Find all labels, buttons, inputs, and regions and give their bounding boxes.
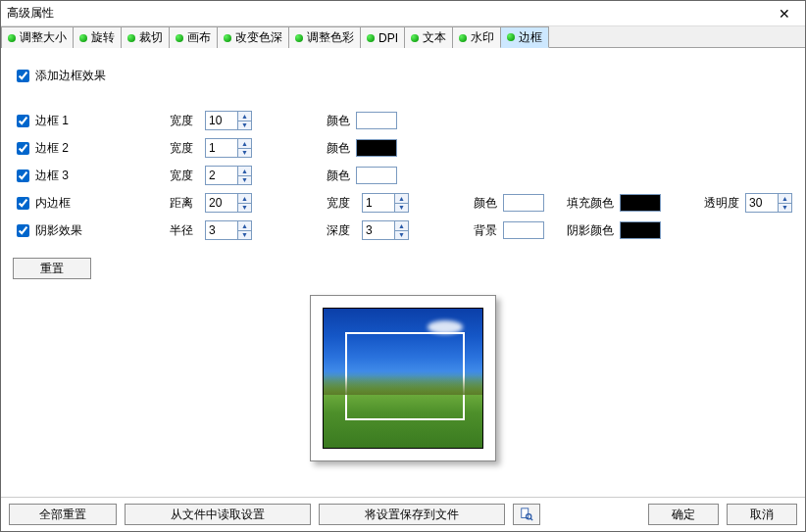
shadow-bg-swatch[interactable] [503, 221, 544, 239]
magnifier-page-icon [520, 508, 533, 521]
spinner-up-icon[interactable]: ▲ [395, 194, 408, 204]
shadow-color-swatch[interactable] [620, 221, 661, 239]
border2-color-label: 颜色 [327, 140, 350, 157]
titlebar: 高级属性 ✕ [1, 1, 805, 26]
inner-fill-swatch[interactable] [620, 194, 661, 212]
dot-icon [79, 34, 87, 42]
border3-checkbox[interactable]: 边框 3 [13, 167, 170, 185]
ok-button[interactable]: 确定 [648, 504, 719, 525]
svg-rect-0 [522, 508, 529, 518]
spinner-down-icon[interactable]: ▼ [395, 204, 408, 213]
border3-width-label: 宽度 [170, 168, 205, 184]
border2-width-spinner[interactable]: ▲▼ [205, 138, 252, 158]
reset-button[interactable]: 重置 [13, 258, 91, 279]
tab-colordepth[interactable]: 改变色深 [217, 26, 289, 48]
inner-border-checkbox[interactable]: 内边框 [13, 194, 170, 213]
shadow-depth-label: 深度 [327, 222, 362, 239]
save-settings-button[interactable]: 将设置保存到文件 [319, 504, 505, 525]
spinner-up-icon[interactable]: ▲ [395, 221, 408, 231]
window-title: 高级属性 [7, 5, 770, 22]
border1-checkbox[interactable]: 边框 1 [13, 112, 170, 130]
inner-color-label: 颜色 [474, 195, 497, 212]
border3-width-spinner[interactable]: ▲▼ [205, 166, 252, 185]
dot-icon [411, 34, 419, 42]
preview-panel [310, 295, 496, 461]
border1-width-spinner[interactable]: ▲▼ [205, 111, 252, 130]
spinner-up-icon[interactable]: ▲ [238, 139, 251, 149]
inner-opacity-label: 透明度 [704, 195, 739, 212]
border2-checkbox[interactable]: 边框 2 [13, 139, 170, 158]
cancel-button[interactable]: 取消 [727, 504, 797, 525]
tab-crop[interactable]: 裁切 [121, 26, 170, 48]
dot-icon [8, 34, 16, 42]
shadow-color-label: 阴影颜色 [567, 222, 614, 239]
enable-border-checkbox[interactable]: 添加边框效果 [13, 67, 170, 85]
spinner-up-icon[interactable]: ▲ [238, 194, 251, 204]
inner-color-swatch[interactable] [503, 194, 544, 212]
inner-distance-label: 距离 [170, 195, 205, 212]
dot-icon [295, 34, 303, 42]
border3-color-label: 颜色 [327, 168, 350, 184]
tab-bar: 调整大小 旋转 裁切 画布 改变色深 调整色彩 DPI 文本 水印 边框 [1, 26, 805, 48]
inner-width-spinner[interactable]: ▲▼ [362, 193, 409, 213]
tab-rotate[interactable]: 旋转 [73, 26, 122, 48]
dot-icon [507, 33, 515, 41]
border3-color-swatch[interactable] [356, 167, 397, 184]
spinner-down-icon[interactable]: ▼ [238, 231, 251, 240]
inner-width-label: 宽度 [327, 195, 362, 212]
advanced-properties-window: 高级属性 ✕ 调整大小 旋转 裁切 画布 改变色深 调整色彩 DPI 文本 水印… [0, 0, 806, 532]
spinner-down-icon[interactable]: ▼ [238, 149, 251, 158]
shadow-radius-label: 半径 [170, 222, 205, 239]
shadow-checkbox[interactable]: 阴影效果 [13, 221, 170, 240]
border1-color-swatch[interactable] [356, 112, 397, 129]
tab-dpi[interactable]: DPI [360, 26, 405, 48]
dot-icon [367, 34, 375, 42]
spinner-up-icon[interactable]: ▲ [238, 112, 251, 121]
tab-coloradjust[interactable]: 调整色彩 [288, 26, 361, 48]
spinner-down-icon[interactable]: ▼ [238, 121, 251, 130]
spinner-down-icon[interactable]: ▼ [238, 204, 251, 213]
content-area: 添加边框效果 边框 1 宽度 ▲▼ 颜色 [1, 48, 805, 497]
dot-icon [176, 34, 183, 42]
preview-zoom-button[interactable] [513, 504, 540, 525]
shadow-bg-label: 背景 [474, 222, 497, 239]
border1-width-label: 宽度 [170, 113, 205, 129]
tab-border[interactable]: 边框 [500, 26, 549, 48]
inner-opacity-spinner[interactable]: ▲▼ [745, 193, 792, 213]
dot-icon [127, 34, 135, 42]
spinner-down-icon[interactable]: ▼ [779, 204, 791, 213]
load-settings-button[interactable]: 从文件中读取设置 [125, 504, 311, 525]
border2-color-swatch[interactable] [356, 139, 397, 157]
preview-inner-frame [345, 332, 465, 420]
dot-icon [224, 34, 231, 42]
close-button[interactable]: ✕ [770, 4, 799, 24]
spinner-up-icon[interactable]: ▲ [238, 221, 251, 231]
tab-watermark[interactable]: 水印 [452, 26, 501, 48]
tab-text[interactable]: 文本 [404, 26, 453, 48]
svg-line-2 [530, 518, 532, 520]
spinner-up-icon[interactable]: ▲ [238, 167, 251, 176]
border1-color-label: 颜色 [327, 113, 350, 129]
preview-image [323, 308, 483, 449]
shadow-radius-spinner[interactable]: ▲▼ [205, 220, 252, 240]
tab-resize[interactable]: 调整大小 [1, 26, 74, 48]
dot-icon [459, 34, 467, 42]
spinner-down-icon[interactable]: ▼ [395, 231, 408, 240]
spinner-down-icon[interactable]: ▼ [238, 176, 251, 185]
inner-distance-spinner[interactable]: ▲▼ [205, 193, 252, 213]
border2-width-label: 宽度 [170, 140, 205, 157]
tab-canvas[interactable]: 画布 [169, 26, 218, 48]
inner-fill-label: 填充颜色 [567, 195, 614, 212]
shadow-depth-spinner[interactable]: ▲▼ [362, 220, 409, 240]
spinner-up-icon[interactable]: ▲ [779, 194, 791, 204]
reset-all-button[interactable]: 全部重置 [9, 504, 117, 525]
footer: 全部重置 从文件中读取设置 将设置保存到文件 确定 取消 [1, 497, 805, 531]
